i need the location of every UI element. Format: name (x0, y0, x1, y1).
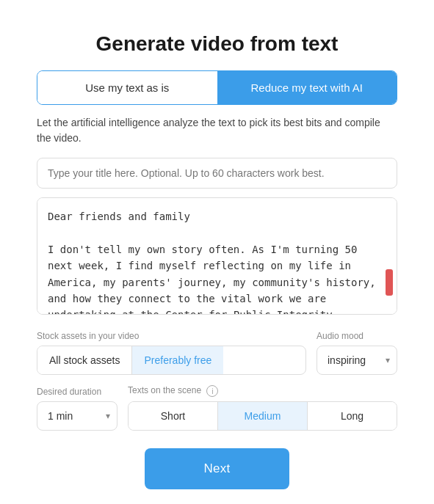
main-container: Generate video from text Use my text as … (15, 15, 419, 504)
audio-mood-select-wrapper: inspiring calm upbeat dramatic (317, 346, 397, 375)
info-icon[interactable]: i (206, 385, 218, 397)
next-button[interactable]: Next (145, 448, 289, 489)
description-text: Let the artificial intelligence analyze … (37, 115, 397, 146)
scene-btn-long[interactable]: Long (308, 402, 397, 430)
text-area-wrapper: Dear friends and family I don't tell my … (37, 197, 397, 318)
tab-reduce-with-ai[interactable]: Reduce my text with AI (217, 71, 397, 104)
tab-use-my-text[interactable]: Use my text as is (37, 71, 217, 104)
desired-duration-label: Desired duration (37, 387, 117, 397)
duration-texts-row: Desired duration 30 sec 1 min 2 min 3 mi… (37, 385, 397, 431)
stock-assets-group: All stock assets Preferably free (37, 346, 306, 375)
audio-mood-select[interactable]: inspiring calm upbeat dramatic (317, 346, 397, 375)
audio-mood-field: Audio mood inspiring calm upbeat dramati… (317, 331, 397, 375)
scroll-indicator (386, 269, 393, 296)
desired-duration-field: Desired duration 30 sec 1 min 2 min 3 mi… (37, 387, 117, 431)
duration-select[interactable]: 30 sec 1 min 2 min 3 min (37, 401, 117, 431)
stock-btn-all[interactable]: All stock assets (37, 346, 131, 374)
texts-on-scene-label: Texts on the scene i (128, 385, 397, 397)
assets-audio-row: Stock assets in your video All stock ass… (37, 331, 397, 375)
text-area[interactable]: Dear friends and family I don't tell my … (37, 197, 397, 315)
title-input[interactable] (37, 158, 397, 189)
scene-btn-medium[interactable]: Medium (218, 402, 308, 430)
stock-assets-field: Stock assets in your video All stock ass… (37, 331, 306, 375)
texts-on-scene-field: Texts on the scene i Short Medium Long (128, 385, 397, 431)
texts-on-scene-group: Short Medium Long (128, 401, 397, 431)
tab-group: Use my text as is Reduce my text with AI (37, 70, 397, 105)
scene-btn-short[interactable]: Short (129, 402, 218, 430)
stock-btn-preferably-free[interactable]: Preferably free (131, 346, 223, 374)
duration-select-wrapper: 30 sec 1 min 2 min 3 min (37, 401, 117, 431)
stock-assets-label: Stock assets in your video (37, 331, 306, 341)
audio-mood-label: Audio mood (317, 331, 397, 341)
page-title: Generate video from text (37, 32, 397, 56)
